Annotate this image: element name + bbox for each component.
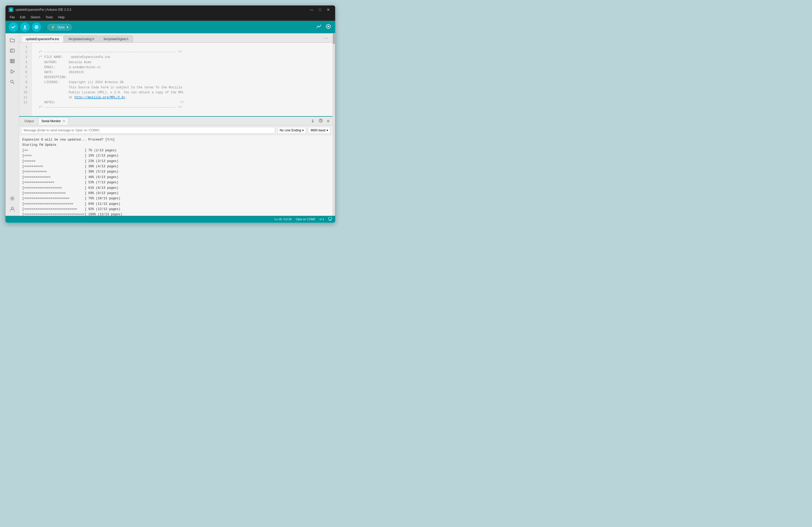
menu-edit[interactable]: Edit [18,15,28,20]
verify-button[interactable] [9,22,18,32]
line-ending-label: No Line Ending [279,128,301,132]
code-editor[interactable]: 1 2 3 4 5 6 7 8 9 10 11 12 /* ----------… [19,43,333,116]
serial-output: Expansion 0 will be now updated... Proce… [19,135,333,216]
serial-input-bar: No Line Ending ▾ 9600 baud ▾ [19,126,333,135]
serial-monitor-button[interactable] [325,23,332,31]
settings-icon [10,196,15,201]
baud-rate-selector[interactable]: 9600 baud ▾ [308,127,330,134]
sidebar-item-board[interactable] [8,46,17,55]
svg-point-12 [12,198,13,199]
tab-output[interactable]: Output [21,118,37,125]
panel-tabs-list: Output Serial Monitor ✕ [21,117,69,125]
line-num-12: 12 [19,100,29,105]
panel-menu-button[interactable]: ≡ [326,118,330,124]
line-num-3: 3 [19,55,29,60]
search-icon [10,80,15,85]
serial-message-input[interactable] [21,127,275,134]
line-num-11: 11 [19,95,29,100]
panel-collapse-button[interactable]: ⇓ [310,118,316,124]
mpl-link[interactable]: http://mozilla.org/MPL/2.0/ [74,96,125,99]
sidebar-item-search[interactable] [8,77,17,87]
menu-tools[interactable]: Tools [43,15,55,20]
code-lines: 1 2 3 4 5 6 7 8 9 10 11 12 /* ----------… [19,43,333,116]
debug-icon [34,25,39,29]
panel-timestamp-button[interactable] [318,118,324,124]
svg-rect-7 [12,59,13,63]
baud-rate-dropdown-icon: ▾ [327,128,328,132]
menu-help[interactable]: Help [56,15,67,20]
board-selector[interactable]: ⚡ Opta ▾ [47,24,72,30]
toolbar-right [315,23,332,31]
app-window: A updateExpansionFw | Arduino IDE 2.3.3 … [5,5,335,223]
run-icon [10,69,15,74]
svg-point-13 [11,207,13,209]
title-bar-left: A updateExpansionFw | Arduino IDE 2.3.3 [9,8,71,12]
line-num-9: 9 [19,85,29,90]
sidebar-item-library[interactable] [8,56,17,66]
line-num-2: 2 [19,50,29,55]
board-icon [10,48,15,53]
upload-icon [23,25,27,29]
bottom-panel: Output Serial Monitor ✕ ⇓ [19,116,333,216]
line-num-8: 8 [19,80,29,85]
toolbar: ⚡ Opta ▾ [5,21,335,33]
svg-point-2 [328,26,329,27]
monitor-display-icon [328,217,332,221]
baud-rate-label: 9600 baud [310,128,325,132]
close-button[interactable]: ✕ [325,7,332,12]
window-controls: — □ ✕ [308,7,332,12]
cursor-position: Ln 18, Col 26 [274,218,291,221]
serial-monitor-close[interactable]: ✕ [63,119,65,123]
verify-icon [11,25,16,29]
line-num-6: 6 [19,70,29,75]
scrollbar-thumb[interactable] [333,33,335,44]
connections-status: ⇌ 2 [319,218,324,221]
status-bar: Ln 18, Col 26 Opta on COM8 ⇌ 2 [5,216,335,223]
svg-rect-6 [10,59,11,63]
panel-tabs: Output Serial Monitor ✕ ⇓ [19,117,333,126]
side-nav [5,33,19,216]
line-num-4: 4 [19,60,29,65]
folder-icon [10,38,15,43]
sidebar-item-settings[interactable] [8,194,17,203]
tab-main-ino[interactable]: updateExpansionFw.ino [21,35,63,42]
upload-button[interactable] [20,22,30,32]
scrollbar[interactable] [333,33,335,216]
main-area: updateExpansionFw.ino fwUpdateAnalog.h f… [5,33,335,216]
library-icon [10,58,15,64]
svg-line-11 [13,83,14,84]
account-icon [10,206,15,212]
clock-icon [319,118,323,123]
board-label: Opta [57,25,64,29]
sidebar-item-files[interactable] [8,35,17,45]
tab-serial-monitor[interactable]: Serial Monitor ✕ [38,117,69,125]
panel-tabs-right: ⇓ ≡ [310,118,330,124]
monitor-icon [328,217,332,221]
serial-plotter-button[interactable] [315,23,322,31]
menu-sketch[interactable]: Sketch [29,15,42,20]
menu-bar: File Edit Sketch Tools Help [5,14,335,21]
window-title: updateExpansionFw | Arduino IDE 2.3.3 [15,8,71,12]
board-port: Opta on COM8 [296,218,315,221]
tab-digital-h[interactable]: fwUpdateDigital.h [99,35,133,42]
debug-button[interactable] [32,22,41,32]
line-num-1: 1 [19,45,29,50]
minimize-button[interactable]: — [308,7,315,12]
sidebar-item-account[interactable] [8,204,17,214]
tab-analog-h[interactable]: fwUpdateAnalog.h [64,35,99,42]
line-ending-dropdown-icon: ▾ [302,128,304,132]
board-dropdown-icon: ▾ [67,25,68,29]
line-num-7: 7 [19,75,29,80]
editor-area: updateExpansionFw.ino fwUpdateAnalog.h f… [19,33,333,216]
sidebar-item-debug[interactable] [8,67,17,76]
svg-rect-15 [329,217,332,220]
serial-plotter-icon [316,24,321,29]
app-icon: A [9,8,13,12]
serial-monitor-icon [326,24,331,29]
menu-file[interactable]: File [8,15,17,20]
code-content[interactable]: /* -------------------------------------… [32,43,333,116]
maximize-button[interactable]: □ [316,7,323,12]
line-ending-selector[interactable]: No Line Ending ▾ [277,127,306,134]
tabs-more-button[interactable]: ⋯ [321,34,330,42]
line-numbers: 1 2 3 4 5 6 7 8 9 10 11 12 [19,43,32,116]
